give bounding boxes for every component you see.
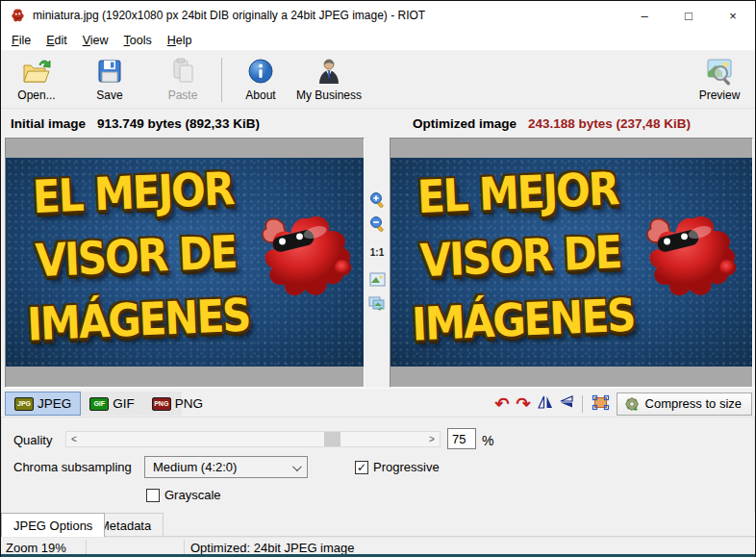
about-label: About [245, 89, 275, 102]
slider-left-arrow-icon[interactable]: < [66, 432, 82, 446]
about-info-icon [246, 57, 275, 86]
open-folder-icon [20, 57, 53, 86]
preview-button[interactable]: Preview [690, 54, 749, 106]
initial-image-preview: EL MEJOR VISOR DE IMÁGENES [6, 158, 364, 367]
open-label: Open... [17, 89, 55, 102]
png-file-icon: PNG [152, 397, 171, 411]
close-button[interactable]: × [711, 1, 755, 30]
jpeg-file-icon: JPG [14, 397, 34, 411]
progressive-checkbox-box[interactable]: ✓ [355, 461, 368, 474]
paste-clipboard-icon [169, 57, 196, 86]
menu-edit[interactable]: Edit [38, 32, 75, 49]
gear-icon [624, 396, 640, 412]
grayscale-checkbox-box[interactable] [146, 489, 160, 502]
flip-horizontal-button[interactable] [538, 395, 553, 412]
menu-view[interactable]: View [75, 32, 116, 49]
optimized-image-header: Optimized image 243.188 bytes (237,48 Ki… [413, 109, 691, 138]
minimize-button[interactable]: – [622, 1, 667, 30]
save-floppy-icon [95, 57, 124, 86]
initial-image-header: Initial image 913.749 bytes (892,33 KiB) [11, 109, 260, 138]
red-splat-mascot [643, 208, 743, 308]
edit-tools: ↶ ↷ [494, 392, 752, 416]
compress-to-size-button[interactable]: Compress to size [617, 392, 752, 416]
businessman-icon [315, 57, 342, 86]
preview-icon [703, 57, 736, 86]
chevron-down-icon [292, 462, 302, 471]
initial-image-panel[interactable]: EL MEJOR VISOR DE IMÁGENES [5, 138, 365, 388]
crop-button[interactable] [592, 394, 610, 414]
slogan-text: EL MEJOR VISOR DE IMÁGENES [392, 156, 648, 357]
zoom-in-icon [369, 191, 386, 208]
format-tabs: JPG JPEG GIF GIF PNG PNG [5, 392, 182, 416]
save-button[interactable]: Save [80, 54, 139, 106]
menu-bar: File Edit View Tools Help [1, 30, 755, 51]
main-toolbar: Open... Save Paste [1, 51, 755, 109]
tab-jpeg[interactable]: JPG JPEG [5, 392, 81, 416]
about-button[interactable]: About [231, 54, 290, 106]
image-area: EL MEJOR VISOR DE IMÁGENES [1, 138, 755, 388]
menu-tools[interactable]: Tools [116, 32, 160, 49]
flip-vertical-button[interactable] [560, 395, 573, 412]
crop-icon [592, 394, 610, 411]
tab-png[interactable]: PNG PNG [143, 392, 212, 416]
jpeg-options-panel: Quality < > % Chroma subsampling Medium … [1, 417, 755, 513]
my-business-label: My Business [296, 89, 362, 102]
fit-both-images-icon [368, 296, 386, 311]
riot-app-icon [10, 8, 26, 24]
menu-help[interactable]: Help [160, 32, 200, 49]
grayscale-label: Grayscale [164, 488, 221, 502]
preview-label: Preview [699, 89, 741, 102]
rotate-left-button[interactable]: ↶ [494, 395, 509, 413]
paste-button: Paste [153, 54, 213, 106]
status-separator [86, 540, 87, 555]
edit-tools-separator [582, 395, 583, 413]
tab-jpeg-options[interactable]: JPEG Options [1, 513, 105, 537]
quality-slider[interactable]: < > [65, 431, 441, 447]
chroma-selected-value: Medium (4:2:0) [153, 460, 237, 474]
zoom-status: Zoom 19% [6, 541, 66, 555]
zoom-out-icon [369, 215, 386, 232]
optimized-status: Optimized: 24bit JPEG image [190, 541, 355, 555]
paste-label: Paste [168, 89, 198, 102]
chroma-subsampling-select[interactable]: Medium (4:2:0) [144, 456, 308, 478]
zoom-in-button[interactable] [367, 190, 387, 208]
optimized-image-size: 243.188 bytes (237,48 KiB) [528, 116, 691, 131]
tab-gif[interactable]: GIF GIF [81, 392, 143, 416]
quality-label: Quality [13, 433, 52, 447]
actual-size-button[interactable]: 1:1 [367, 243, 387, 261]
flip-horizontal-icon [538, 395, 553, 409]
optimized-image-panel[interactable]: EL MEJOR VISOR DE IMÁGENES [390, 138, 753, 388]
maximize-button[interactable]: □ [667, 1, 711, 30]
window-controls: – □ × [622, 1, 755, 30]
grayscale-checkbox[interactable]: Grayscale [146, 488, 221, 502]
fit-image-icon [369, 272, 386, 287]
red-splat-mascot [258, 208, 358, 308]
riot-window: miniatura.jpg (1920x1080 px 24bit DIB or… [0, 0, 756, 557]
slogan-text: EL MEJOR VISOR DE IMÁGENES [8, 156, 264, 357]
jpeg-tab-label: JPEG [38, 396, 71, 411]
quality-value-input[interactable] [447, 428, 476, 449]
status-separator [184, 540, 185, 555]
fit-image-button[interactable] [367, 270, 387, 288]
optimized-image-preview: EL MEJOR VISOR DE IMÁGENES [391, 158, 752, 367]
rotate-right-button[interactable]: ↷ [516, 395, 530, 413]
quality-slider-thumb[interactable] [324, 432, 340, 446]
gif-file-icon: GIF [89, 397, 109, 411]
menu-file[interactable]: File [4, 32, 38, 49]
flip-vertical-icon [560, 395, 573, 409]
png-tab-label: PNG [175, 396, 203, 411]
format-tab-bar: JPG JPEG GIF GIF PNG PNG ↶ ↷ [1, 388, 755, 417]
view-toolbar: 1:1 [365, 138, 390, 388]
open-button[interactable]: Open... [7, 54, 66, 106]
save-label: Save [96, 89, 122, 102]
one-to-one-label: 1:1 [370, 247, 384, 258]
zoom-out-button[interactable] [367, 215, 387, 232]
compress-to-size-label: Compress to size [645, 396, 742, 411]
bottom-tab-bar: JPEG Options Metadata [1, 513, 755, 537]
my-business-button[interactable]: My Business [290, 54, 367, 106]
window-title: miniatura.jpg (1920x1080 px 24bit DIB or… [33, 9, 425, 22]
fit-both-images-button[interactable] [367, 294, 387, 312]
gif-tab-label: GIF [113, 396, 135, 411]
slider-right-arrow-icon[interactable]: > [424, 432, 440, 446]
progressive-checkbox[interactable]: ✓ Progressive [355, 460, 440, 474]
